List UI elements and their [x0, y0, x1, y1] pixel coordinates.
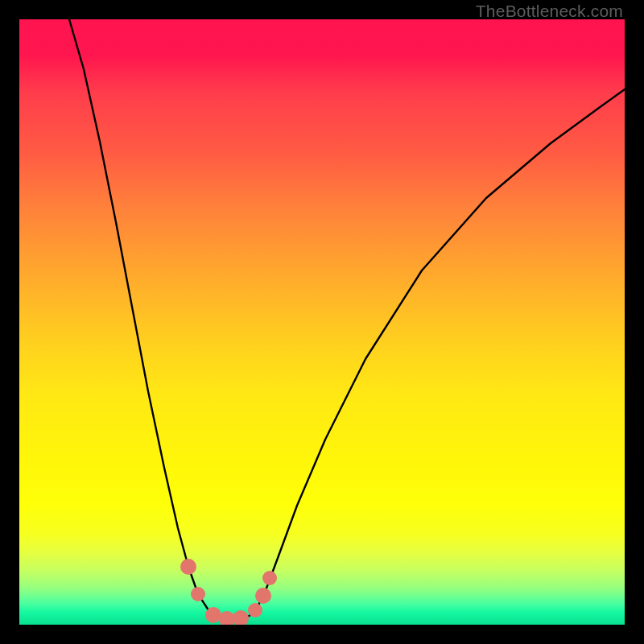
chart-plot-area [19, 19, 625, 625]
chart-svg [19, 19, 625, 625]
marker-dot [255, 588, 271, 604]
watermark-text: TheBottleneck.com [476, 2, 623, 21]
markers-group [180, 559, 277, 625]
marker-dot [219, 611, 235, 625]
marker-dot [248, 603, 262, 617]
marker-dot [262, 571, 277, 585]
marker-dot [233, 610, 249, 625]
marker-dot [205, 607, 221, 623]
marker-dot [191, 587, 205, 601]
curve-line [69, 19, 625, 620]
marker-dot [180, 559, 196, 575]
